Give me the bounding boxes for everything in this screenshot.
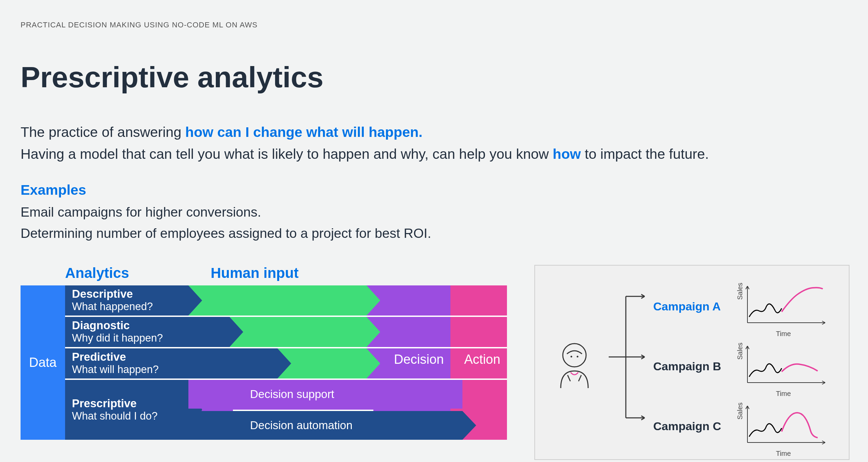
column-header-analytics: Analytics bbox=[65, 265, 211, 281]
x-axis-label: Time bbox=[776, 450, 791, 458]
action-label: Action bbox=[464, 352, 500, 367]
examples-list: Email campaigns for higher conversions. … bbox=[21, 202, 868, 244]
mini-chart-a: Sales Time bbox=[739, 284, 828, 329]
lead-paragraph: The practice of answering how can I chan… bbox=[21, 121, 868, 165]
campaign-row: Campaign C Sales Time bbox=[653, 404, 828, 449]
page-title: Prescriptive analytics bbox=[21, 60, 868, 94]
example-item: Determining number of employees assigned… bbox=[21, 223, 868, 244]
prescriptive-support: Decision support bbox=[188, 380, 462, 409]
example-item: Email campaigns for higher conversions. bbox=[21, 202, 868, 223]
row-sub: What will happen? bbox=[72, 363, 277, 376]
analytics-maturity-diagram: Analytics Human input Descriptive What h… bbox=[21, 265, 507, 460]
data-label: Data bbox=[29, 355, 57, 370]
y-axis-label: Sales bbox=[736, 402, 744, 420]
lead-prefix: The practice of answering bbox=[21, 124, 185, 140]
breadcrumb: PRACTICAL DECISION MAKING USING NO-CODE … bbox=[21, 21, 868, 29]
row-diagnostic: Diagnostic Why did it happen? bbox=[65, 317, 230, 347]
row-title: Predictive bbox=[72, 351, 277, 363]
decision-label: Decision bbox=[394, 352, 444, 367]
campaign-panel: Campaign A Sales Time Campaign B bbox=[534, 265, 850, 460]
lead-line2-prefix: Having a model that can tell you what is… bbox=[21, 146, 553, 162]
row-title: Diagnostic bbox=[72, 319, 230, 332]
human-input-bar bbox=[188, 285, 367, 316]
lead-line2-suffix: to impact the future. bbox=[581, 146, 709, 162]
x-axis-label: Time bbox=[776, 390, 791, 398]
campaign-row: Campaign B Sales Time bbox=[653, 344, 828, 389]
svg-point-1 bbox=[571, 356, 572, 357]
row-descriptive: Descriptive What happened? bbox=[65, 285, 188, 316]
lead-highlight: how can I change what will happen. bbox=[185, 124, 423, 140]
branch-bracket-icon bbox=[609, 290, 650, 425]
human-input-bar bbox=[230, 317, 367, 347]
campaign-label: Campaign A bbox=[653, 300, 729, 313]
examples-heading: Examples bbox=[21, 182, 868, 198]
svg-point-2 bbox=[577, 356, 579, 357]
row-predictive: Predictive What will happen? bbox=[65, 348, 277, 378]
row-sub: Why did it happen? bbox=[72, 332, 230, 344]
mini-chart-c: Sales Time bbox=[739, 404, 828, 449]
campaign-label: Campaign B bbox=[653, 360, 729, 373]
prescriptive-automation: Decision automation bbox=[188, 411, 462, 440]
data-column: Data bbox=[21, 285, 65, 440]
lead-line2-highlight: how bbox=[553, 146, 581, 162]
column-header-human: Human input bbox=[211, 265, 299, 281]
campaign-label: Campaign C bbox=[653, 420, 729, 433]
svg-point-0 bbox=[563, 344, 586, 367]
row-sub: What should I do? bbox=[72, 410, 188, 422]
row-prescriptive: Prescriptive What should I do? bbox=[65, 380, 188, 440]
y-axis-label: Sales bbox=[736, 343, 744, 360]
y-axis-label: Sales bbox=[736, 283, 744, 300]
x-axis-label: Time bbox=[776, 330, 791, 338]
campaign-row: Campaign A Sales Time bbox=[653, 284, 828, 329]
person-icon bbox=[556, 341, 593, 390]
row-title: Descriptive bbox=[72, 288, 188, 300]
row-title: Prescriptive bbox=[72, 397, 188, 410]
row-sub: What happened? bbox=[72, 300, 188, 313]
mini-chart-b: Sales Time bbox=[739, 344, 828, 389]
